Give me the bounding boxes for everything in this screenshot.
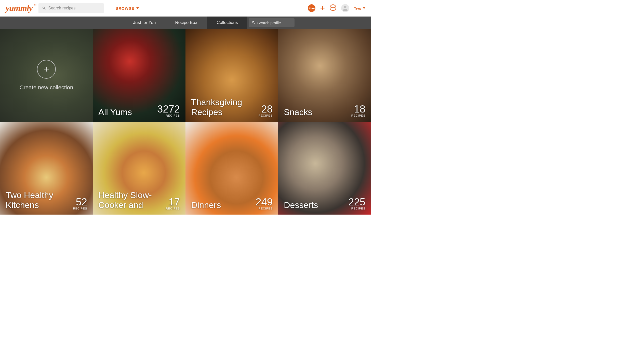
search-recipes-input[interactable] — [48, 6, 100, 10]
subnav-tabs: Just for You Recipe Box Collections — [124, 17, 248, 29]
create-collection-tile[interactable]: + Create new collection — [0, 29, 93, 122]
logo[interactable]: yummly — [6, 3, 32, 13]
search-icon — [252, 21, 255, 25]
tile-count: 18 — [351, 104, 365, 114]
tab-just-for-you[interactable]: Just for You — [124, 17, 166, 29]
tile-title: Healthy Slow-Cooker and — [98, 190, 155, 210]
tile-overlay: Two Healthy Kitchens 52 RECIPES — [0, 122, 93, 215]
collection-tile[interactable]: All Yums 3272 RECIPES — [93, 29, 185, 122]
tile-recipes-label: RECIPES — [259, 114, 273, 117]
search-icon — [42, 6, 46, 10]
profile-search-input[interactable] — [257, 21, 291, 25]
caret-down-icon — [136, 7, 139, 9]
collection-tile[interactable]: Thanksgiving Recipes 28 RECIPES — [185, 29, 278, 122]
collection-tile[interactable]: Desserts 225 RECIPES — [278, 122, 371, 215]
tile-overlay: Snacks 18 RECIPES — [278, 29, 371, 122]
tile-overlay: Thanksgiving Recipes 28 RECIPES — [185, 29, 278, 122]
collections-grid: + Create new collection All Yums 3272 RE… — [0, 29, 371, 215]
browse-label: BROWSE — [115, 6, 134, 10]
tile-title: Dinners — [191, 200, 221, 210]
tile-title: Desserts — [284, 200, 318, 210]
tile-title: Two Healthy Kitchens — [6, 190, 63, 210]
tile-recipes-label: RECIPES — [73, 207, 87, 210]
collection-tile[interactable]: Two Healthy Kitchens 52 RECIPES — [0, 122, 93, 215]
avatar[interactable] — [341, 4, 349, 12]
header-right: Yum + Two — [308, 4, 365, 12]
tile-count: 52 — [73, 197, 87, 207]
tile-recipes-label: RECIPES — [166, 207, 180, 210]
tab-collections[interactable]: Collections — [207, 17, 247, 29]
collection-tile[interactable]: Snacks 18 RECIPES — [278, 29, 371, 122]
tile-overlay: Healthy Slow-Cooker and 17 RECIPES — [93, 122, 185, 215]
header: yummly BROWSE Yum + Two — [0, 0, 371, 17]
user-name: Two — [354, 6, 361, 10]
user-menu[interactable]: Two — [354, 6, 365, 10]
add-icon[interactable]: + — [320, 4, 325, 12]
create-label: Create new collection — [20, 84, 73, 91]
tile-count: 3272 — [157, 104, 180, 114]
tile-title: Snacks — [284, 107, 312, 117]
tile-recipes-label: RECIPES — [351, 114, 365, 117]
tile-title: All Yums — [98, 107, 132, 117]
tile-title: Thanksgiving Recipes — [191, 97, 248, 117]
tile-count: 249 — [256, 197, 273, 207]
collection-tile[interactable]: Dinners 249 RECIPES — [185, 122, 278, 215]
tab-recipe-box[interactable]: Recipe Box — [165, 17, 207, 29]
tile-count: 28 — [259, 104, 273, 114]
create-content: + Create new collection — [0, 29, 93, 122]
tile-overlay: Desserts 225 RECIPES — [278, 122, 371, 215]
yum-badge[interactable]: Yum — [308, 4, 315, 12]
search-recipes-box[interactable] — [38, 3, 104, 13]
tile-overlay: Dinners 249 RECIPES — [185, 122, 278, 215]
plus-circle-icon: + — [37, 60, 56, 79]
browse-menu[interactable]: BROWSE — [115, 6, 139, 10]
tile-count: 17 — [166, 197, 180, 207]
svg-point-1 — [344, 6, 346, 8]
subnav: Just for You Recipe Box Collections — [0, 17, 371, 29]
profile-search-box[interactable] — [249, 18, 295, 27]
tile-count: 225 — [348, 197, 365, 207]
tile-overlay: All Yums 3272 RECIPES — [93, 29, 185, 122]
chat-icon[interactable] — [329, 4, 337, 12]
collection-tile[interactable]: Healthy Slow-Cooker and 17 RECIPES — [93, 122, 185, 215]
caret-down-icon — [363, 7, 365, 9]
